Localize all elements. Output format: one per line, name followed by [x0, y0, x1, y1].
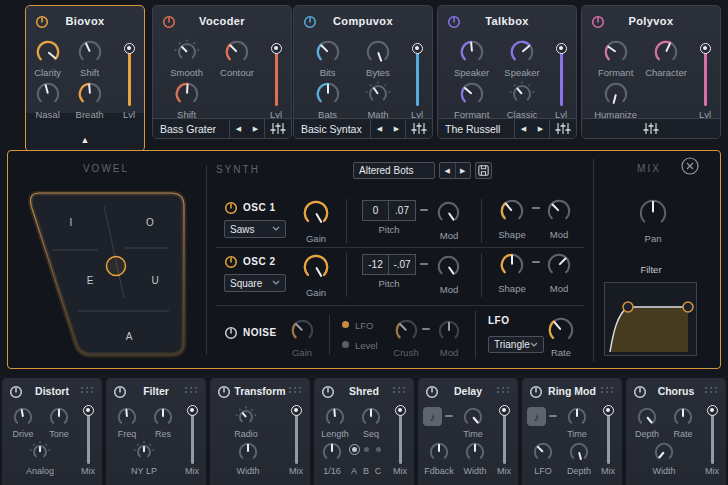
preset-prev-button[interactable]: ◀: [230, 120, 247, 138]
smooth-knob[interactable]: [174, 39, 200, 65]
level-slider-track[interactable]: [711, 410, 714, 464]
preset-prev-button[interactable]: ◀: [515, 120, 532, 138]
module-mixer-button[interactable]: [550, 122, 576, 135]
shape-knob[interactable]: [499, 198, 525, 224]
drag-handle-icon[interactable]: [705, 387, 719, 393]
time-knob[interactable]: [566, 406, 588, 428]
rate-knob[interactable]: [672, 406, 694, 428]
preset-next-button[interactable]: ▶: [388, 120, 405, 138]
shape-knob[interactable]: [499, 198, 525, 224]
mod-knob[interactable]: [436, 254, 461, 279]
mix-filter-graph[interactable]: [604, 282, 697, 356]
speaker-knob[interactable]: [459, 39, 485, 65]
humanize-knob[interactable]: [603, 81, 629, 107]
width-knob[interactable]: [464, 441, 486, 463]
level-slider-track[interactable]: [275, 48, 278, 106]
level-slider-track[interactable]: [295, 410, 298, 464]
level-slider-track[interactable]: [560, 48, 563, 106]
mod-knob[interactable]: [546, 198, 572, 224]
formant-knob[interactable]: [459, 81, 485, 107]
gain-knob[interactable]: [290, 318, 315, 343]
osc1-wave-select[interactable]: Saws: [224, 220, 286, 238]
fx-module-ring-mod[interactable]: Ring Mod♪TimeLFODepthMix: [522, 378, 622, 485]
noise-power-button[interactable]: [224, 326, 238, 344]
fx-module-delay[interactable]: Delay♪TimeFdbackWidthMix: [418, 378, 518, 485]
module-mixer-button[interactable]: [638, 122, 664, 135]
preset-prev-button[interactable]: ◀: [371, 120, 388, 138]
vowel-cursor[interactable]: [107, 257, 126, 276]
fx-module-filter[interactable]: FilterFreqResNY LPMix: [106, 378, 206, 485]
preset-next-button[interactable]: ▶: [455, 163, 470, 178]
crush-knob[interactable]: [394, 318, 419, 343]
analog-knob[interactable]: [29, 441, 51, 463]
rate-knob[interactable]: [547, 316, 575, 344]
noise-mod-source-level-radio[interactable]: [342, 341, 349, 348]
nasal-knob[interactable]: [35, 81, 61, 107]
mod-knob[interactable]: [437, 319, 461, 343]
osc1-power-button[interactable]: [224, 201, 238, 219]
character-knob[interactable]: [653, 39, 679, 65]
fx-module-distort[interactable]: DistortDriveToneAnalogMix: [2, 378, 102, 485]
mod-knob[interactable]: [546, 252, 572, 278]
crush-knob[interactable]: [394, 318, 419, 343]
time-knob[interactable]: [462, 406, 484, 428]
module-polyvox[interactable]: PolyvoxFormantCharacterHumanizeLvl: [581, 5, 721, 139]
module-biovox[interactable]: BiovoxClarityShiftNasalBreathLvl▲: [25, 5, 145, 152]
breath-knob[interactable]: [77, 81, 103, 107]
shred-pattern-c-radio[interactable]: [376, 447, 381, 452]
rate-knob[interactable]: [547, 316, 575, 344]
mod-knob[interactable]: [546, 252, 572, 278]
clarity-knob[interactable]: [35, 39, 61, 65]
module-compuvox[interactable]: CompuvoxBitsBytesBatsMathLvlBasic Syntax…: [293, 5, 433, 139]
module-talkbox[interactable]: TalkboxSpeakerSpeakerFormantClassicLvlTh…: [437, 5, 577, 139]
osc2-pitch-fine[interactable]: -.07: [389, 254, 416, 275]
gain-knob[interactable]: [302, 253, 330, 281]
close-button[interactable]: [680, 156, 700, 176]
tone-knob[interactable]: [48, 406, 70, 428]
seq-knob[interactable]: [360, 406, 382, 428]
drag-handle-icon[interactable]: [289, 387, 303, 393]
lfo-wave-select[interactable]: Triangle: [488, 336, 544, 353]
gain-knob[interactable]: [302, 253, 330, 281]
classic-knob[interactable]: [509, 81, 535, 107]
level-slider-track[interactable]: [87, 410, 90, 464]
lvl-slider[interactable]: [700, 43, 711, 54]
module-vocoder[interactable]: VocoderSmoothContourShiftLvlBass Grater◀…: [152, 5, 292, 139]
drag-handle-icon[interactable]: [497, 387, 511, 393]
module-preset-name[interactable]: Basic Syntax: [294, 123, 370, 135]
shape-knob[interactable]: [499, 252, 525, 278]
osc2-power-button[interactable]: [224, 255, 238, 273]
level-slider-track[interactable]: [607, 410, 610, 464]
mod-knob[interactable]: [437, 319, 461, 343]
mod-knob[interactable]: [546, 198, 572, 224]
filter-node-low[interactable]: [623, 302, 633, 312]
level-slider-track[interactable]: [416, 48, 419, 106]
fx-module-chorus[interactable]: ChorusDepthRateWidthMix: [626, 378, 726, 485]
synth-preset-select[interactable]: Altered Bots: [353, 162, 435, 179]
shred-pattern-b-radio[interactable]: [364, 447, 369, 452]
note-value-button[interactable]: ♪: [527, 407, 546, 426]
width-knob[interactable]: [653, 441, 675, 463]
collapse-panel-button[interactable]: ▲: [26, 135, 144, 145]
fdback-knob[interactable]: [428, 441, 450, 463]
module-preset-name[interactable]: The Russell: [438, 123, 514, 135]
osc2-wave-select[interactable]: Square: [224, 274, 286, 292]
ny-lp-knob[interactable]: [133, 441, 155, 463]
pan-knob[interactable]: [638, 198, 668, 228]
width-knob[interactable]: [237, 441, 259, 463]
shift-knob[interactable]: [77, 39, 103, 65]
contour-knob[interactable]: [224, 39, 250, 65]
drag-handle-icon[interactable]: [81, 387, 95, 393]
preset-next-button[interactable]: ▶: [532, 120, 549, 138]
mix-slider[interactable]: [83, 405, 94, 416]
level-slider-track[interactable]: [704, 48, 707, 106]
mod-knob[interactable]: [436, 200, 461, 225]
mix-slider[interactable]: [187, 405, 198, 416]
mix-slider[interactable]: [395, 405, 406, 416]
bits-knob[interactable]: [315, 39, 341, 65]
gain-knob[interactable]: [302, 199, 330, 227]
preset-save-button[interactable]: [475, 162, 492, 179]
level-slider-track[interactable]: [191, 410, 194, 464]
shape-knob[interactable]: [499, 252, 525, 278]
mod-knob[interactable]: [436, 200, 461, 225]
